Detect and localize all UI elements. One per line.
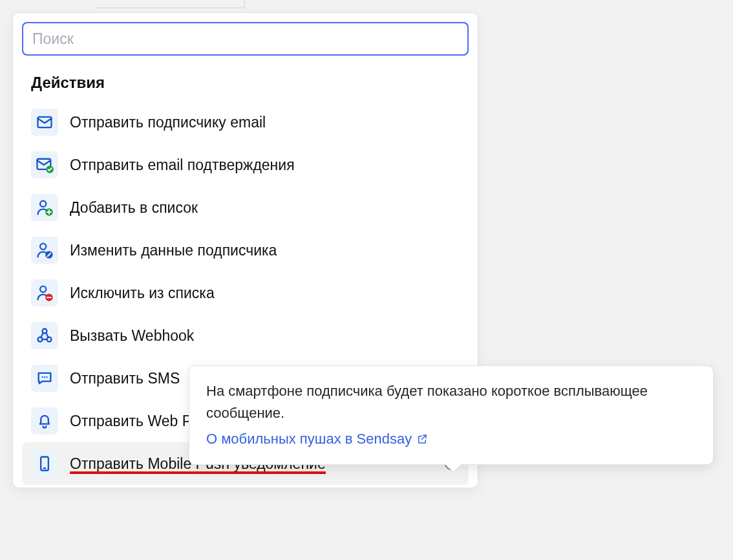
section-title-actions: Действия xyxy=(22,67,469,101)
user-plus-icon xyxy=(31,194,58,221)
svg-point-5 xyxy=(40,244,46,250)
svg-point-3 xyxy=(40,201,46,207)
smartphone-icon xyxy=(31,450,58,477)
svg-point-13 xyxy=(44,376,45,378)
action-label: Отправить подписчику email xyxy=(70,114,266,131)
svg-point-12 xyxy=(41,376,43,378)
action-add-to-list[interactable]: Добавить в список xyxy=(22,186,469,229)
sms-icon xyxy=(31,365,58,392)
mail-check-icon xyxy=(31,151,58,178)
action-send-email[interactable]: Отправить подписчику email xyxy=(22,101,469,144)
mail-icon xyxy=(31,109,58,136)
svg-point-14 xyxy=(46,376,47,378)
external-link-icon xyxy=(416,433,428,445)
action-label: Отправить SMS xyxy=(70,370,180,387)
bell-icon xyxy=(31,407,58,435)
svg-point-7 xyxy=(40,286,46,292)
tooltip-text: На смартфоне подписчика будет показано к… xyxy=(206,380,696,424)
mobile-push-tooltip: На смартфоне подписчика будет показано к… xyxy=(189,365,714,465)
action-remove-from-list[interactable]: Исключить из списка xyxy=(22,272,469,314)
search-wrap xyxy=(22,22,469,67)
search-input[interactable] xyxy=(22,22,469,56)
action-label: Изменить данные подписчика xyxy=(70,242,277,259)
action-call-webhook[interactable]: Вызвать Webhook xyxy=(22,314,469,357)
highlight-underline xyxy=(70,471,326,474)
tooltip-link-mobile-push-docs[interactable]: О мобильных пушах в Sendsay xyxy=(206,428,428,450)
action-label: Исключить из списка xyxy=(70,285,215,302)
action-label: Добавить в список xyxy=(70,199,198,217)
action-label: Отправить email подтверждения xyxy=(70,156,295,174)
connector-line xyxy=(96,7,245,8)
action-label: Вызвать Webhook xyxy=(70,327,194,345)
webhook-icon xyxy=(31,322,58,349)
user-minus-icon xyxy=(31,279,58,307)
action-send-confirmation-email[interactable]: Отправить email подтверждения xyxy=(22,144,469,186)
user-edit-icon xyxy=(31,237,58,264)
tooltip-link-text: О мобильных пушах в Sendsay xyxy=(206,428,412,450)
action-edit-subscriber-data[interactable]: Изменить данные подписчика xyxy=(22,229,469,272)
